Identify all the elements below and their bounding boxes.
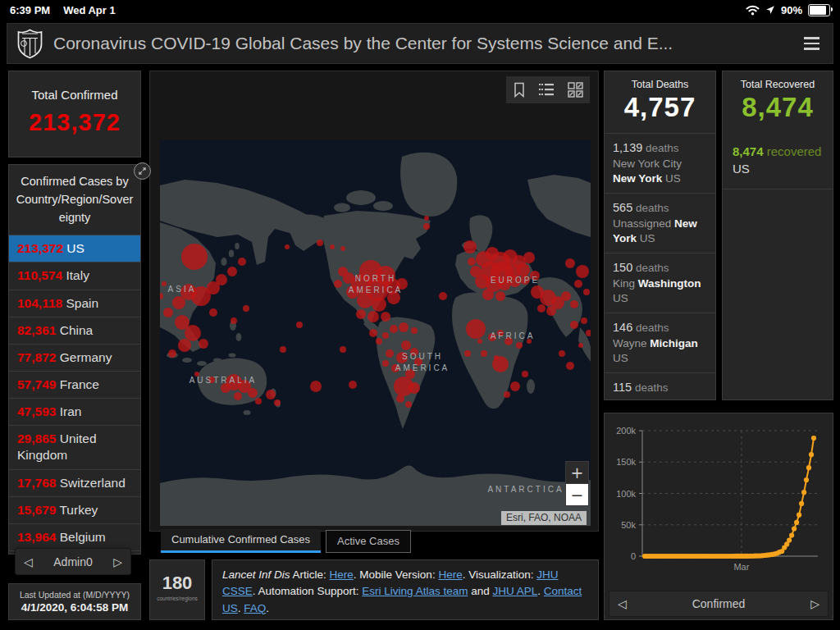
country-row[interactable]: 17,768 Switzerland (9, 470, 140, 497)
total-deaths-label: Total Deaths (608, 79, 712, 90)
chart-pager: ◁ Confirmed ▷ (609, 591, 829, 617)
info-text-segment: . (266, 602, 269, 614)
info-text-segment: Data (222, 619, 246, 620)
dashboard-screen: 6:39 PM Wed Apr 1 90% (0, 0, 840, 630)
zoom-out-button[interactable]: − (566, 484, 588, 505)
map-tab[interactable]: Active Cases (326, 530, 411, 553)
app-header: Coronavirus COVID-19 Global Cases by the… (7, 23, 833, 64)
country-list-title: Confirmed Cases by Country/Region/Sovere… (9, 165, 140, 235)
chart-pager-next-icon[interactable]: ▷ (810, 597, 819, 610)
svg-text:AUSTRALIA: AUSTRALIA (189, 376, 258, 385)
svg-text:AFRICA: AFRICA (491, 331, 536, 340)
map-attribution: Esri, FAO, NOAA (501, 511, 587, 525)
svg-text:Mar: Mar (733, 562, 749, 572)
deaths-list: 1,139 deathsNew York City New York US565… (605, 133, 715, 400)
country-row[interactable]: 29,865 United Kingdom (9, 426, 140, 469)
trend-chart-panel: 050k100k150k200kMar ◁ Confirmed ▷ (604, 413, 833, 620)
expand-panel-icon[interactable] (134, 162, 151, 180)
clock-time: 6:39 PM (10, 4, 50, 16)
total-recovered-panel: Total Recovered 8,474 8,474 recovered US (722, 71, 833, 400)
pager-prev-icon[interactable]: ◁ (24, 555, 33, 568)
info-link[interactable]: Esri Living Atlas team (362, 585, 468, 597)
country-row[interactable]: 13,964 Belgium (9, 524, 140, 551)
battery-percent: 90% (781, 4, 802, 16)
last-updated-panel: Last Updated at (M/D/YYYY) 4/1/2020, 6:0… (8, 583, 141, 620)
country-list-panel: Confirmed Cases by Country/Region/Sovere… (8, 164, 141, 555)
last-updated-label: Last Updated at (M/D/YYYY) (9, 590, 140, 600)
country-row[interactable]: 77,872 Germany (9, 345, 140, 372)
region-count-label: countries/regions (150, 596, 204, 601)
deaths-row[interactable]: 1,139 deathsNew York City New York US (605, 133, 715, 193)
region-count-panel: 180 countries/regions (149, 559, 205, 620)
svg-text:200k: 200k (616, 426, 636, 436)
page-title: Coronavirus COVID-19 Global Cases by the… (53, 34, 790, 53)
svg-text:100k: 100k (616, 489, 636, 499)
info-links-panel: Lancet Inf Dis Article: Here. Mobile Ver… (212, 559, 599, 620)
total-deaths-value: 4,757 (608, 92, 712, 123)
country-row[interactable]: 110,574 Italy (9, 262, 140, 290)
pager-label: Admin0 (53, 555, 92, 568)
svg-text:NORTH: NORTH (355, 274, 396, 283)
bookmark-icon[interactable] (513, 82, 526, 98)
info-link[interactable]: FAQ (244, 602, 266, 614)
world-map[interactable]: ASIANORTHAMERICAEUROPEAFRICASOUTHAMERICA… (160, 140, 591, 526)
basemap-icon[interactable] (568, 82, 583, 98)
map-toolbar (506, 76, 590, 103)
deaths-row[interactable]: 565 deathsUnassigned New York US (605, 193, 715, 253)
map-tab[interactable]: Cumulative Confirmed Cases (161, 529, 321, 553)
clock-date: Wed Apr 1 (63, 4, 116, 16)
total-confirmed-label: Total Confirmed (9, 88, 140, 102)
svg-text:EUROPE: EUROPE (491, 276, 540, 285)
total-confirmed-panel: Total Confirmed 213,372 (8, 71, 141, 158)
location-arrow-icon (765, 5, 775, 15)
recovered-list: 8,474 recovered US (723, 133, 833, 189)
map-tabs: Cumulative Confirmed CasesActive Cases (161, 529, 411, 553)
total-recovered-value: 8,474 (726, 92, 829, 123)
deaths-row[interactable]: 115 deathsOrleans Louisiana US (605, 372, 715, 400)
country-list-pager: ◁ Admin0 ▷ (15, 548, 131, 575)
country-row[interactable]: 57,749 France (9, 372, 140, 399)
map-zoom-controls: + − (565, 461, 589, 506)
country-row[interactable]: 47,593 Iran (9, 399, 140, 426)
svg-text:ASIA: ASIA (168, 285, 197, 294)
menu-icon[interactable] (801, 34, 823, 53)
info-links-text: Lancet Inf Dis Article: Here. Mobile Ver… (222, 567, 588, 620)
country-row[interactable]: 104,118 Spain (9, 290, 140, 317)
info-text-segment: and (468, 585, 492, 597)
battery-icon (808, 4, 830, 16)
deaths-row[interactable]: 150 deathsKing Washington US (605, 253, 715, 313)
svg-text:150k: 150k (616, 457, 636, 467)
svg-text:SOUTH: SOUTH (402, 352, 443, 361)
total-confirmed-value: 213,372 (9, 109, 140, 136)
svg-text:AMERICA: AMERICA (349, 285, 404, 294)
svg-text:ANTARCTICA: ANTARCTICA (487, 485, 564, 494)
info-link[interactable]: JHU APL (492, 585, 537, 597)
region-count-value: 180 (150, 573, 204, 594)
country-list: 213,372 US110,574 Italy104,118 Spain82,3… (9, 235, 140, 551)
wifi-icon (746, 5, 760, 16)
chart-pager-prev-icon[interactable]: ◁ (618, 597, 627, 610)
svg-text:AMERICA: AMERICA (395, 363, 450, 372)
svg-text:0: 0 (631, 551, 636, 561)
info-text-segment: . Automation Support: (253, 585, 363, 597)
map-panel: ASIANORTHAMERICAEUROPEAFRICASOUTHAMERICA… (149, 71, 599, 532)
jhu-logo-icon (17, 29, 43, 59)
country-row[interactable]: 213,372 US (9, 235, 140, 262)
recovered-row[interactable]: 8,474 recovered US (723, 133, 833, 189)
info-text-segment: Lancet Inf Dis (222, 568, 290, 581)
pager-next-icon[interactable]: ▷ (113, 555, 122, 568)
info-text-segment: Article: (290, 568, 330, 581)
country-row[interactable]: 82,361 China (9, 317, 140, 345)
status-bar: 6:39 PM Wed Apr 1 90% (0, 0, 840, 20)
legend-list-icon[interactable] (538, 83, 555, 97)
zoom-in-button[interactable]: + (566, 462, 588, 484)
total-deaths-panel: Total Deaths 4,757 1,139 deathsNew York … (604, 71, 716, 400)
deaths-row[interactable]: 146 deathsWayne Michigan US (605, 313, 715, 372)
info-text-segment: . Mobile Version: (354, 568, 439, 581)
info-link[interactable]: Here (438, 568, 462, 581)
svg-text:50k: 50k (621, 520, 636, 530)
info-link[interactable]: Here (330, 568, 354, 581)
country-row[interactable]: 15,679 Turkey (9, 497, 140, 524)
total-recovered-label: Total Recovered (726, 79, 829, 90)
last-updated-value: 4/1/2020, 6:04:58 PM (9, 601, 140, 614)
